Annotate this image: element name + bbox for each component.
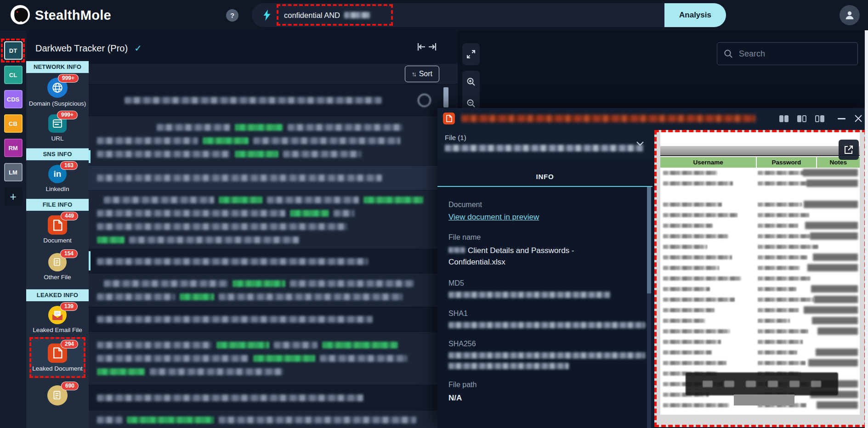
result-row[interactable] — [89, 190, 458, 249]
tab-info[interactable]: INFO — [437, 173, 652, 180]
graph-search-input[interactable]: Search — [717, 42, 858, 65]
result-text-redacted — [157, 124, 230, 131]
layout-split-icon[interactable] — [779, 115, 789, 122]
column-header-username: Username — [660, 157, 756, 168]
result-row[interactable] — [89, 410, 458, 428]
result-row[interactable] — [89, 273, 458, 307]
md5-label: MD5 — [448, 279, 647, 287]
add-module-button[interactable]: + — [4, 187, 23, 206]
result-row[interactable] — [89, 385, 458, 410]
category-item-leaked-document[interactable]: 294Leaked Document — [28, 344, 87, 372]
preview-table-row — [660, 358, 860, 368]
search-query-text[interactable]: confidential AND — [284, 11, 340, 20]
minimize-icon[interactable] — [838, 118, 845, 119]
app-rail-item-lm[interactable]: LM — [4, 163, 23, 181]
result-row[interactable] — [89, 307, 458, 332]
file-selector-value-redacted — [445, 145, 643, 152]
annotation-category-highlight: 294Leaked Document — [29, 337, 85, 378]
preview-table-row — [660, 252, 860, 263]
highlighted-keyword-redacted — [253, 355, 315, 362]
info-scrollbar-thumb[interactable] — [647, 187, 651, 293]
highlighted-keyword-redacted — [219, 197, 262, 203]
file-selector[interactable]: File (1) — [437, 129, 654, 159]
sort-button[interactable]: ↑↓ Sort — [405, 66, 439, 82]
global-search-bar[interactable]: confidential AND Analysis — [252, 3, 726, 27]
count-badge: 999+ — [58, 74, 79, 83]
category-label: LinkedIn — [28, 186, 87, 192]
brand-name: StealthMole — [35, 8, 111, 23]
category-label: Leaked Document — [28, 365, 87, 372]
zoom-in-button[interactable] — [462, 71, 480, 92]
results-scrollbar[interactable] — [443, 87, 448, 107]
layout-left-icon[interactable] — [797, 115, 806, 122]
category-label: URL — [28, 135, 87, 142]
user-avatar[interactable] — [840, 5, 860, 25]
stealthmole-logo-icon — [10, 5, 30, 26]
viewer-toolbar-tab — [734, 394, 794, 405]
results-list — [89, 84, 458, 428]
category-item-item-690[interactable]: 690 — [26, 385, 89, 405]
zoom-controls — [462, 71, 480, 114]
result-text-redacted — [320, 355, 407, 362]
page-title: Darkweb Tracker (Pro)✓ — [35, 43, 142, 54]
person-icon — [844, 10, 855, 21]
app-rail-item-cb[interactable]: CB — [4, 114, 23, 133]
category-item-domain-suspicious-[interactable]: 999+Domain (Suspicious) — [26, 78, 89, 107]
file-name-label: File name — [448, 233, 647, 242]
result-row[interactable] — [89, 332, 458, 385]
highlighted-keyword-redacted — [322, 342, 398, 349]
category-item-leaked-email-file[interactable]: 139Leaked Email File — [26, 306, 89, 333]
result-text-redacted — [97, 316, 373, 323]
app-rail-item-cds[interactable]: CDS — [4, 90, 23, 108]
result-text-redacted — [125, 97, 382, 104]
preview-table-row — [660, 189, 860, 199]
result-text-redacted — [97, 417, 122, 423]
section-header-leaked-info: LEAKED INFO — [26, 289, 89, 301]
preview-table-row — [660, 168, 860, 178]
count-badge: 154 — [60, 249, 78, 258]
analysis-button[interactable]: Analysis — [664, 3, 726, 27]
viewer-toolbar-redacted[interactable] — [686, 372, 838, 395]
category-item-other-file[interactable]: 154Other File — [26, 253, 89, 281]
result-text-redacted — [97, 223, 347, 230]
view-document-link[interactable]: View document in preview — [448, 213, 539, 222]
sha256-value-redacted-2 — [448, 363, 569, 369]
result-text-redacted — [97, 97, 125, 104]
info-scrollbar-track[interactable] — [647, 187, 651, 428]
app-rail-item-rm[interactable]: RM — [4, 139, 23, 157]
category-label: Domain (Suspicious) — [28, 100, 87, 107]
document-page: UsernamePasswordNotes — [660, 132, 860, 415]
page-scrollbar[interactable] — [865, 30, 868, 428]
layout-right-icon[interactable] — [815, 115, 824, 122]
result-text-redacted — [283, 151, 361, 158]
detail-header — [437, 108, 868, 129]
app-rail-item-dt[interactable]: DT — [4, 41, 23, 60]
category-sidebar: NETWORK INFO999+Domain (Suspicious)999+U… — [26, 61, 89, 428]
result-text-redacted — [97, 342, 212, 349]
category-item-url[interactable]: 999+URL — [26, 114, 89, 142]
preview-table-row — [660, 178, 860, 189]
collapse-expand-columns-icon[interactable] — [417, 43, 437, 51]
app-rail-item-cl[interactable]: CL — [4, 66, 23, 84]
count-badge: 999+ — [57, 111, 78, 119]
file-name-value: Client Details and Passwords - Confident… — [448, 245, 600, 268]
preview-table-row — [660, 242, 860, 252]
preview-table-row — [660, 199, 860, 210]
highlighted-keyword-redacted — [233, 280, 285, 287]
result-row[interactable] — [89, 249, 458, 273]
fullscreen-button[interactable] — [462, 43, 480, 65]
category-item-linkedin[interactable]: in163LinkedIn — [26, 165, 89, 192]
category-item-document[interactable]: 449Document — [26, 215, 89, 244]
document-preview-pane: UsernamePasswordNotes — [654, 130, 867, 427]
open-external-button[interactable] — [839, 140, 859, 160]
result-row[interactable] — [89, 84, 458, 116]
result-row[interactable] — [89, 116, 458, 165]
help-icon[interactable]: ? — [226, 9, 238, 22]
preview-table-row — [660, 347, 860, 358]
close-icon[interactable] — [854, 114, 862, 123]
result-text-redacted — [253, 137, 400, 144]
row-accent-marker — [89, 150, 91, 163]
result-text-redacted — [97, 394, 363, 401]
chevron-down-icon — [636, 141, 644, 146]
result-row[interactable] — [89, 165, 458, 190]
